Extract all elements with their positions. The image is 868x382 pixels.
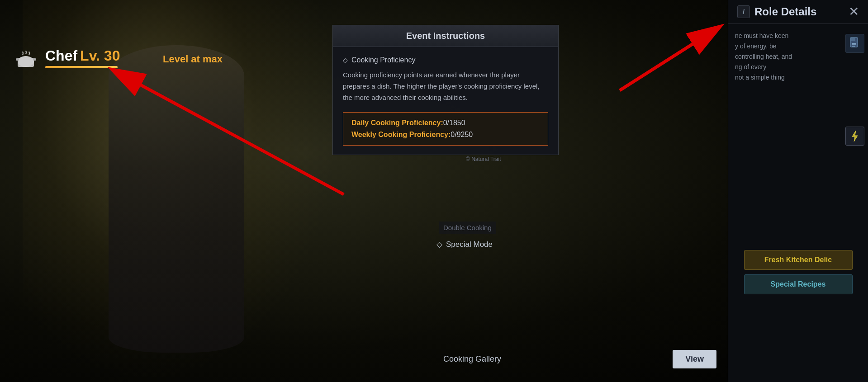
double-cooking-text: Double Cooking: [439, 222, 496, 234]
level-max-label: Level at max: [163, 53, 223, 65]
weekly-proficiency-value: 0/9250: [451, 131, 473, 139]
chef-name: Chef Lv. 30: [45, 47, 120, 64]
role-details-title: Role Details: [754, 5, 816, 18]
natural-trait-text: © Natural Trait: [466, 156, 501, 162]
chef-title: Chef Lv. 30: [45, 47, 120, 68]
chef-icon: [14, 45, 38, 70]
special-mode-label: Special Mode: [446, 240, 493, 249]
close-button[interactable]: ✕: [849, 5, 859, 18]
chef-header: Chef Lv. 30: [14, 45, 120, 70]
chef-name-text: Chef: [45, 47, 77, 64]
diamond-icon-1: ◇: [343, 57, 348, 64]
role-text-line1: ne must have keen: [735, 31, 861, 41]
character-silhouette: [109, 45, 244, 353]
role-text-line4: ng of every: [735, 62, 861, 72]
cooking-proficiency-text: Cooking proficiency points are earned wh…: [343, 70, 548, 103]
level-bar-fill: [45, 66, 118, 68]
info-badge-text: i: [743, 8, 745, 15]
weekly-proficiency-row: Weekly Cooking Proficiency: 0/9250: [351, 131, 540, 139]
svg-rect-2: [16, 58, 19, 61]
role-details-header: i Role Details ✕: [728, 0, 868, 24]
special-mode-section: ◇ Special Mode: [436, 240, 493, 249]
weekly-proficiency-label: Weekly Cooking Proficiency:: [351, 131, 451, 139]
event-instructions-panel: Event Instructions ◇ Cooking Proficiency…: [332, 25, 559, 155]
proficiency-stats-box: Daily Cooking Proficiency: 0/1850 Weekly…: [343, 112, 548, 146]
role-text-line5: not a simple thing: [735, 72, 861, 83]
special-recipes-button[interactable]: Special Recipes: [744, 274, 853, 294]
lv-label: Lv.: [80, 47, 100, 64]
event-instructions-header: Event Instructions: [333, 25, 558, 47]
role-details-left: i Role Details: [737, 5, 816, 18]
cooking-gallery-row: Cooking Gallery View: [434, 350, 726, 368]
level-bar-container: [45, 66, 120, 68]
lightning-icon-button[interactable]: [845, 127, 864, 146]
svg-rect-1: [18, 58, 34, 67]
event-instructions-body: ◇ Cooking Proficiency Cooking proficienc…: [333, 47, 558, 155]
svg-rect-3: [33, 58, 36, 61]
daily-proficiency-label: Daily Cooking Proficiency:: [351, 119, 443, 127]
daily-proficiency-row: Daily Cooking Proficiency: 0/1850: [351, 119, 540, 127]
panel-buttons-container: Fresh Kitchen Delic Special Recipes: [728, 250, 868, 294]
cooking-proficiency-title: ◇ Cooking Proficiency: [343, 56, 548, 64]
diamond-icon-2: ◇: [436, 240, 442, 249]
cooking-gallery-label: Cooking Gallery: [443, 354, 501, 364]
role-text-partial: ne must have keen y of energy, be contro…: [735, 31, 861, 83]
chef-level: Lv. 30: [80, 47, 120, 64]
fresh-kitchen-button[interactable]: Fresh Kitchen Delic: [744, 250, 853, 270]
svg-rect-5: [850, 38, 855, 41]
info-badge[interactable]: i: [737, 5, 750, 18]
level-bar: [45, 66, 118, 68]
character-figure: [90, 36, 262, 362]
document-icon-button[interactable]: [845, 34, 864, 53]
cooking-proficiency-label: Cooking Proficiency: [351, 56, 415, 64]
role-text-line2: y of energy, be: [735, 41, 861, 52]
role-text-line3: controlling heat, and: [735, 52, 861, 62]
daily-proficiency-value: 0/1850: [443, 119, 465, 127]
svg-marker-9: [852, 131, 858, 141]
level-number: 30: [104, 47, 120, 64]
right-panel: i Role Details ✕ ne must have keen y of …: [728, 0, 868, 382]
view-button[interactable]: View: [673, 350, 716, 368]
